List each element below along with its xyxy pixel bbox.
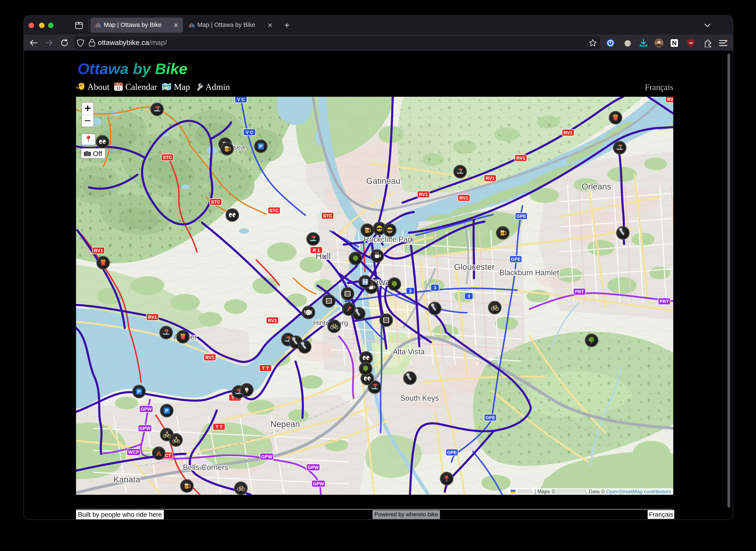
- svg-text:GPE: GPE: [486, 415, 495, 420]
- svg-text:RV1: RV1: [268, 318, 277, 323]
- svg-text:RV1: RV1: [486, 176, 495, 181]
- svg-text:3: 3: [434, 285, 436, 291]
- svg-text:RV1: RV1: [460, 195, 468, 200]
- svg-text:PRT: PRT: [575, 289, 584, 295]
- svg-text:Gloucester: Gloucester: [454, 262, 495, 271]
- svg-text:Kanata: Kanata: [113, 475, 141, 484]
- svg-text:RV1: RV1: [419, 192, 428, 197]
- svg-text:STC: STC: [211, 199, 220, 204]
- svg-text:T T: T T: [262, 366, 269, 371]
- svg-text:Blackburn Hamlet: Blackburn Hamlet: [499, 268, 559, 277]
- svg-text:GPW: GPW: [140, 426, 151, 431]
- svg-text:STC: STC: [163, 155, 172, 160]
- svg-text:V C: V C: [237, 97, 245, 102]
- svg-text:RV1: RV1: [148, 315, 157, 320]
- svg-text:3: 3: [468, 294, 470, 299]
- svg-text:T T: T T: [216, 424, 223, 430]
- svg-text:3: 3: [409, 288, 412, 294]
- svg-text:CT: CT: [165, 453, 171, 458]
- svg-text:Nepean: Nepean: [270, 420, 300, 429]
- svg-text:| Maps ©: | Maps ©: [534, 489, 556, 494]
- svg-text:Orléans: Orléans: [582, 182, 611, 191]
- svg-text:GPE: GPE: [516, 213, 526, 219]
- svg-text:GPE: GPE: [511, 256, 521, 262]
- svg-text:RV1: RV1: [205, 355, 214, 360]
- svg-text:RV1: RV1: [516, 155, 525, 161]
- svg-text:South Keys: South Keys: [400, 394, 439, 403]
- svg-text:GPW: GPW: [308, 465, 319, 470]
- svg-text:GPE: GPE: [447, 450, 457, 455]
- svg-text:PRT: PRT: [660, 299, 669, 304]
- svg-text:R 1: R 1: [313, 247, 320, 253]
- svg-text:, Data © OpenStreetMap contrib: , Data © OpenStreetMap contributors: [586, 489, 671, 494]
- svg-text:Alta Vista: Alta Vista: [393, 348, 425, 356]
- svg-text:STC: STC: [323, 213, 332, 218]
- svg-text:RV1: RV1: [94, 248, 103, 253]
- svg-text:GPW: GPW: [261, 454, 272, 459]
- svg-text:17: 17: [116, 86, 120, 90]
- svg-text:GPW: GPW: [313, 481, 324, 486]
- svg-text:uO: uO: [689, 41, 693, 44]
- svg-text:Gatineau: Gatineau: [366, 176, 400, 185]
- svg-text:RV1: RV1: [667, 97, 673, 102]
- svg-text:STC: STC: [269, 208, 279, 213]
- svg-text:JUL: JUL: [116, 83, 120, 86]
- svg-text:V C: V C: [246, 130, 253, 135]
- svg-text:RV1: RV1: [564, 130, 572, 135]
- svg-text:GPW: GPW: [141, 407, 152, 412]
- svg-text:Bells Corners: Bells Corners: [183, 463, 228, 472]
- svg-text:WCP: WCP: [128, 450, 139, 455]
